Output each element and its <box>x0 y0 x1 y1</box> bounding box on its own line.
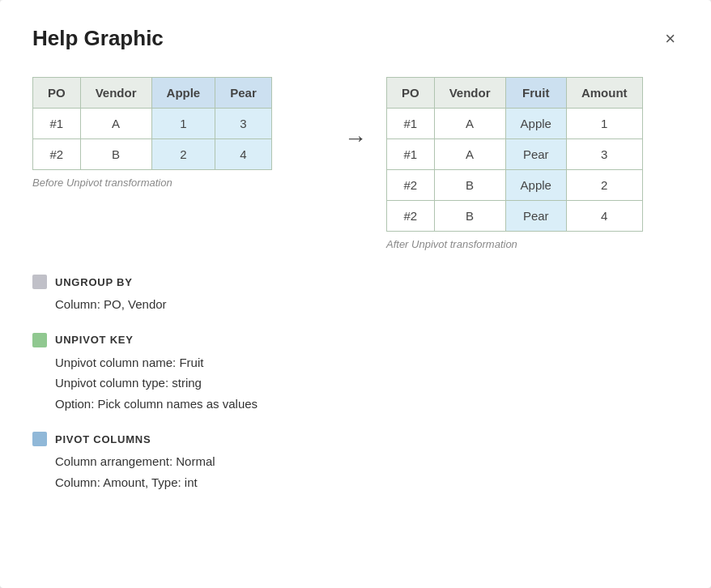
before-th-po: PO <box>33 78 81 109</box>
before-table: PO Vendor Apple Pear #1 A 1 3 #2 <box>32 77 272 170</box>
description-section: UNGROUP BY Column: PO, Vendor UNPIVOT KE… <box>32 275 679 492</box>
pivot-columns-swatch <box>32 432 47 446</box>
unpivot-key-line-2: Unpivot column type: string <box>55 373 679 394</box>
cell: 2 <box>151 139 215 170</box>
help-graphic-dialog: Help Graphic × PO Vendor Apple Pear #1 A <box>0 0 711 588</box>
pivot-columns-label-row: PIVOT COLUMNS <box>32 432 679 446</box>
cell: B <box>434 170 505 201</box>
ungroup-label: UNGROUP BY <box>55 276 133 288</box>
unpivot-key-label-row: UNPIVOT KEY <box>32 333 679 347</box>
before-table-header-row: PO Vendor Apple Pear <box>33 78 272 109</box>
unpivot-key-detail: Unpivot column name: Fruit Unpivot colum… <box>32 352 679 415</box>
cell: Pear <box>505 201 566 232</box>
pivot-columns-block: PIVOT COLUMNS Column arrangement: Normal… <box>32 432 679 492</box>
unpivot-key-block: UNPIVOT KEY Unpivot column name: Fruit U… <box>32 333 679 415</box>
cell: 4 <box>215 139 272 170</box>
unpivot-key-swatch <box>32 333 47 347</box>
after-table-header-row: PO Vendor Fruit Amount <box>387 78 643 109</box>
cell: Apple <box>505 170 566 201</box>
before-table-caption: Before Unpivot transformation <box>32 177 325 189</box>
after-th-fruit: Fruit <box>505 78 566 109</box>
table-row: #2 B Apple 2 <box>387 170 643 201</box>
pivot-columns-detail: Column arrangement: Normal Column: Amoun… <box>32 451 679 492</box>
arrow-indicator: → <box>344 77 367 151</box>
cell: 1 <box>151 109 215 139</box>
after-th-amount: Amount <box>566 78 642 109</box>
unpivot-key-label: UNPIVOT KEY <box>55 334 134 346</box>
after-table-caption: After Unpivot transformation <box>386 238 679 250</box>
cell: Pear <box>505 139 566 170</box>
before-th-pear: Pear <box>215 78 272 109</box>
dialog-title: Help Graphic <box>32 26 164 51</box>
table-row: #2 B Pear 4 <box>387 201 643 232</box>
pivot-columns-line-1: Column arrangement: Normal <box>55 451 679 472</box>
arrow-icon: → <box>344 126 367 151</box>
cell: 1 <box>566 109 642 139</box>
cell: 4 <box>566 201 642 232</box>
cell: #2 <box>33 139 81 170</box>
cell: 2 <box>566 170 642 201</box>
after-th-vendor: Vendor <box>434 78 505 109</box>
unpivot-key-line-1: Unpivot column name: Fruit <box>55 352 679 373</box>
after-table-section: PO Vendor Fruit Amount #1 A Apple 1 #1 <box>386 77 679 250</box>
before-table-section: PO Vendor Apple Pear #1 A 1 3 #2 <box>32 77 325 189</box>
pivot-columns-label: PIVOT COLUMNS <box>55 433 151 445</box>
cell: B <box>434 201 505 232</box>
before-th-vendor: Vendor <box>80 78 151 109</box>
ungroup-detail: Column: PO, Vendor <box>32 294 679 315</box>
cell: B <box>80 139 151 170</box>
cell: A <box>434 109 505 139</box>
after-th-po: PO <box>387 78 435 109</box>
cell: 3 <box>215 109 272 139</box>
cell: #2 <box>387 170 435 201</box>
cell: A <box>80 109 151 139</box>
cell: 3 <box>566 139 642 170</box>
table-row: #1 A Pear 3 <box>387 139 643 170</box>
ungroup-block: UNGROUP BY Column: PO, Vendor <box>32 275 679 315</box>
before-th-apple: Apple <box>151 78 215 109</box>
cell: #1 <box>387 109 435 139</box>
cell: #1 <box>33 109 81 139</box>
cell: #1 <box>387 139 435 170</box>
ungroup-label-row: UNGROUP BY <box>32 275 679 289</box>
table-row: #1 A 1 3 <box>33 109 272 139</box>
cell: A <box>434 139 505 170</box>
ungroup-swatch <box>32 275 47 289</box>
close-button[interactable]: × <box>662 27 679 51</box>
pivot-columns-line-2: Column: Amount, Type: int <box>55 472 679 493</box>
cell: #2 <box>387 201 435 232</box>
after-table: PO Vendor Fruit Amount #1 A Apple 1 #1 <box>386 77 643 232</box>
dialog-header: Help Graphic × <box>32 26 679 51</box>
table-row: #1 A Apple 1 <box>387 109 643 139</box>
table-row: #2 B 2 4 <box>33 139 272 170</box>
ungroup-line-1: Column: PO, Vendor <box>55 297 167 311</box>
cell: Apple <box>505 109 566 139</box>
content-area: PO Vendor Apple Pear #1 A 1 3 #2 <box>32 77 679 250</box>
unpivot-key-line-3: Option: Pick column names as values <box>55 394 679 415</box>
